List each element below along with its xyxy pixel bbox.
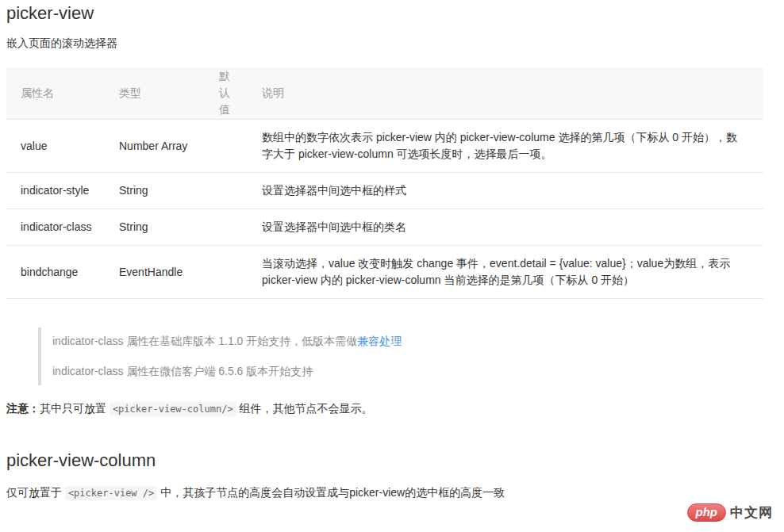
attr-name-cell: indicator-class	[6, 209, 119, 246]
version-note-line-1: indicator-class 属性在基础库版本 1.1.0 开始支持，低版本需…	[52, 335, 746, 348]
attr-default-cell	[219, 120, 262, 173]
table-row: value Number Array 数组中的数字依次表示 picker-vie…	[6, 120, 763, 173]
attr-desc-cell: 当滚动选择，value 改变时触发 change 事件，event.detail…	[262, 246, 763, 299]
attr-default-cell	[219, 173, 262, 209]
section-text-before: 仅可放置于	[6, 486, 65, 499]
col-header-default: 默认值	[219, 67, 262, 120]
section-paragraph: 仅可放置于 <picker-view /> 中，其孩子节点的高度会自动设置成与p…	[6, 485, 778, 501]
attr-type-cell: String	[119, 209, 219, 246]
section-text-after: 中，其孩子节点的高度会自动设置成与picker-view的选中框的高度一致	[157, 486, 505, 499]
attr-desc-cell: 数组中的数字依次表示 picker-view 内的 picker-view-co…	[262, 120, 763, 173]
attr-name-cell: bindchange	[6, 246, 119, 299]
notice-label: 注意：	[6, 402, 40, 415]
content-area: picker-view 嵌入页面的滚动选择器 属性名 类型 默认值 说明 val…	[0, 0, 784, 501]
version-note-line-2: indicator-class 属性在微信客户端 6.5.6 版本开始支持	[52, 365, 746, 378]
page-subtitle: 嵌入页面的滚动选择器	[6, 36, 778, 49]
attr-desc-cell: 设置选择器中间选中框的类名	[262, 209, 763, 246]
inline-code-picker-view-column: <picker-view-column/>	[110, 402, 236, 416]
notice-text-before: 其中只可放置	[40, 402, 110, 415]
notice-text-after: 组件，其他节点不会显示。	[236, 402, 373, 415]
section-title-picker-view-column: picker-view-column	[6, 450, 778, 471]
attr-name-cell: value	[6, 120, 119, 173]
compat-link[interactable]: 兼容处理	[357, 335, 402, 347]
table-row: indicator-style String 设置选择器中间选中框的样式	[6, 173, 763, 209]
attributes-table: 属性名 类型 默认值 说明 value Number Array 数组中的数字依…	[6, 67, 763, 299]
attr-type-cell: EventHandle	[119, 246, 219, 299]
notice-paragraph: 注意：其中只可放置 <picker-view-column/> 组件，其他节点不…	[6, 401, 778, 417]
version-support-note: indicator-class 属性在基础库版本 1.1.0 开始支持，低版本需…	[38, 327, 746, 385]
page-title: picker-view	[6, 3, 778, 24]
page: picker-view 嵌入页面的滚动选择器 属性名 类型 默认值 说明 val…	[0, 0, 784, 532]
attr-desc-cell: 设置选择器中间选中框的样式	[262, 173, 763, 209]
col-header-type: 类型	[119, 67, 219, 120]
col-header-desc: 说明	[262, 67, 763, 120]
php-logo: php	[687, 503, 727, 522]
version-note-text: indicator-class 属性在基础库版本 1.1.0 开始支持，低版本需…	[52, 335, 357, 347]
attr-type-cell: String	[119, 173, 219, 209]
col-header-name: 属性名	[6, 67, 119, 120]
attr-default-cell	[219, 246, 262, 299]
watermark-text: 中文网	[730, 503, 773, 522]
table-row: bindchange EventHandle 当滚动选择，value 改变时触发…	[6, 246, 763, 299]
inline-code-picker-view: <picker-view />	[65, 486, 157, 500]
attr-name-cell: indicator-style	[6, 173, 119, 209]
table-header-row: 属性名 类型 默认值 说明	[6, 67, 763, 120]
attr-default-cell	[219, 209, 262, 246]
php-cn-watermark: php 中文网	[687, 503, 774, 522]
table-row: indicator-class String 设置选择器中间选中框的类名	[6, 209, 763, 246]
attr-type-cell: Number Array	[119, 120, 219, 173]
